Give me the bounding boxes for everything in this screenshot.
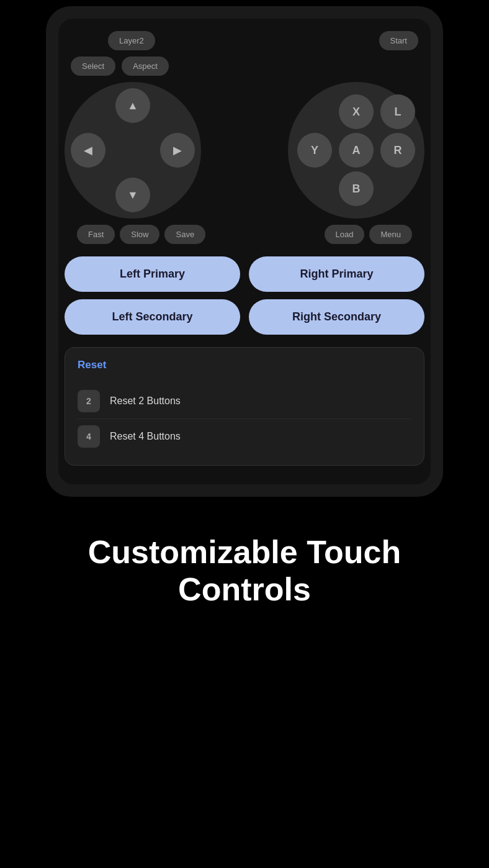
- face-buttons-container: X L Y A R B: [288, 82, 424, 219]
- start-button[interactable]: Start: [379, 31, 418, 50]
- reset-2-buttons-item[interactable]: 2 Reset 2 Buttons: [78, 384, 411, 418]
- bottom-row: Fast Slow Save Load Menu: [65, 219, 424, 244]
- face-r-button[interactable]: R: [380, 133, 415, 168]
- fast-button[interactable]: Fast: [77, 225, 115, 244]
- reset-4-icon: 4: [78, 425, 100, 448]
- right-secondary-button[interactable]: Right Secondary: [249, 299, 424, 335]
- face-y-button[interactable]: Y: [297, 133, 332, 168]
- joysticks-row: ▲ ▼ ◀ ▶ X L Y A R B: [65, 82, 424, 219]
- load-button[interactable]: Load: [325, 225, 365, 244]
- face-l-button[interactable]: L: [380, 94, 415, 129]
- slow-button[interactable]: Slow: [120, 225, 159, 244]
- left-primary-button[interactable]: Left Primary: [65, 256, 240, 292]
- layer2-button[interactable]: Layer2: [108, 31, 155, 50]
- reset-4-label: Reset 4 Buttons: [110, 431, 181, 442]
- face-a-button[interactable]: A: [339, 133, 374, 168]
- top-right-buttons: Start: [379, 31, 418, 50]
- dpad-left-button[interactable]: ◀: [71, 133, 105, 168]
- select-button[interactable]: Select: [71, 57, 115, 76]
- phone-frame: Layer2 Select Aspect Start ▲ ▼ ◀ ▶: [46, 6, 443, 497]
- dpad-right-button[interactable]: ▶: [160, 133, 195, 168]
- footer-headline: Customizable Touch Controls: [0, 497, 489, 658]
- dpad-up-button[interactable]: ▲: [115, 88, 150, 123]
- save-button[interactable]: Save: [164, 225, 205, 244]
- reset-2-label: Reset 2 Buttons: [110, 396, 181, 407]
- secondary-assign-row: Left Secondary Right Secondary: [65, 299, 424, 335]
- menu-button[interactable]: Menu: [369, 225, 412, 244]
- reset-4-buttons-item[interactable]: 4 Reset 4 Buttons: [78, 418, 411, 454]
- dpad-container: ▲ ▼ ◀ ▶: [65, 82, 201, 219]
- top-left-buttons: Layer2 Select Aspect: [71, 31, 169, 76]
- primary-assign-row: Left Primary Right Primary: [65, 256, 424, 292]
- face-x-button[interactable]: X: [339, 94, 374, 129]
- face-b-button[interactable]: B: [339, 171, 374, 206]
- top-row: Layer2 Select Aspect Start: [65, 31, 424, 76]
- assign-buttons: Left Primary Right Primary Left Secondar…: [65, 256, 424, 335]
- reset-panel-title: Reset: [78, 359, 411, 371]
- bottom-left-buttons: Fast Slow Save: [77, 225, 205, 244]
- right-primary-button[interactable]: Right Primary: [249, 256, 424, 292]
- reset-panel: Reset 2 Reset 2 Buttons 4 Reset 4 Button…: [65, 347, 424, 466]
- dpad-down-button[interactable]: ▼: [115, 178, 150, 212]
- dpad-center: ▲ ▼ ◀ ▶: [71, 88, 195, 212]
- controller-area: Layer2 Select Aspect Start ▲ ▼ ◀ ▶: [58, 19, 431, 484]
- left-secondary-button[interactable]: Left Secondary: [65, 299, 240, 335]
- bottom-right-buttons: Load Menu: [325, 225, 412, 244]
- aspect-button[interactable]: Aspect: [122, 57, 169, 76]
- reset-2-icon: 2: [78, 390, 100, 412]
- face-center: X L Y A R B: [294, 88, 418, 212]
